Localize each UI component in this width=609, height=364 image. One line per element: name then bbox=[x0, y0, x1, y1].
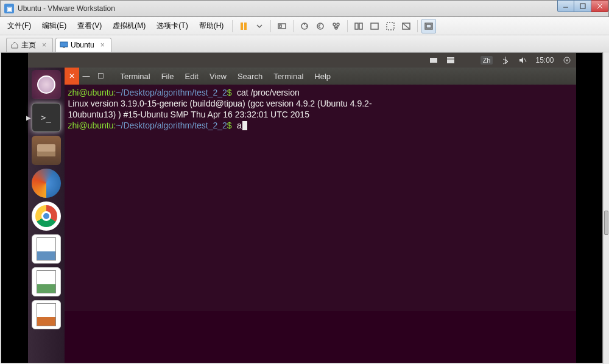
terminal-cursor bbox=[242, 121, 247, 130]
terminal-menu-terminal[interactable]: Terminal bbox=[269, 69, 308, 83]
running-arrow-icon: ▶ bbox=[26, 114, 31, 121]
firefox-launcher-icon[interactable] bbox=[32, 169, 61, 198]
svg-rect-14 bbox=[359, 23, 362, 29]
terminal-menu-edit[interactable]: Edit bbox=[180, 69, 203, 83]
svg-line-18 bbox=[403, 23, 410, 29]
separator bbox=[270, 20, 271, 32]
menu-edit[interactable]: 编辑(E) bbox=[37, 18, 71, 33]
svg-rect-1 bbox=[580, 4, 585, 9]
sound-indicator[interactable] bbox=[518, 56, 527, 65]
files-launcher-icon[interactable] bbox=[32, 136, 61, 165]
svg-rect-5 bbox=[244, 23, 247, 30]
terminal-window: ✕ — ☐ Terminal File Edit View Search Ter… bbox=[65, 68, 576, 311]
svg-rect-7 bbox=[280, 25, 281, 27]
vertical-scrollbar[interactable] bbox=[603, 52, 609, 364]
menu-help[interactable]: 帮助(H) bbox=[194, 18, 229, 33]
terminal-app-name: Terminal bbox=[116, 69, 155, 83]
svg-rect-23 bbox=[430, 58, 437, 63]
svg-rect-4 bbox=[241, 23, 243, 30]
svg-rect-21 bbox=[60, 42, 68, 47]
view-fullscreen-button[interactable] bbox=[383, 19, 398, 33]
vmware-app-icon: ▣ bbox=[4, 4, 14, 13]
separator bbox=[293, 20, 294, 32]
terminal-menu-help[interactable]: Help bbox=[309, 69, 336, 83]
monitor-icon bbox=[60, 41, 68, 49]
calendar-indicator[interactable] bbox=[446, 56, 455, 65]
terminal-menubar: Terminal File Edit View Search Terminal … bbox=[116, 69, 336, 83]
calc-launcher-icon[interactable] bbox=[32, 267, 61, 296]
svg-rect-20 bbox=[426, 24, 431, 28]
session-indicator[interactable] bbox=[563, 56, 571, 65]
view-unity-button[interactable] bbox=[367, 19, 382, 33]
svg-point-10 bbox=[333, 23, 336, 26]
terminal-minimize-button[interactable]: — bbox=[79, 68, 94, 85]
impress-launcher-icon[interactable] bbox=[32, 300, 61, 329]
manage-snapshot-button[interactable] bbox=[329, 19, 343, 33]
chromium-launcher-icon[interactable] bbox=[32, 201, 61, 231]
send-ctrl-alt-del-button[interactable] bbox=[275, 19, 289, 33]
bluetooth-indicator[interactable] bbox=[501, 56, 510, 65]
minimize-button[interactable] bbox=[557, 0, 574, 12]
svg-point-11 bbox=[337, 23, 339, 26]
svg-rect-24 bbox=[447, 57, 454, 63]
view-seamless-button[interactable] bbox=[399, 19, 414, 33]
svg-point-9 bbox=[317, 23, 323, 29]
tab-close-icon[interactable]: × bbox=[42, 41, 46, 49]
terminal-menu-search[interactable]: Search bbox=[233, 69, 267, 83]
writer-launcher-icon[interactable] bbox=[32, 234, 61, 264]
menu-view[interactable]: 查看(V) bbox=[72, 18, 107, 33]
svg-rect-13 bbox=[355, 23, 358, 29]
window-controls bbox=[557, 0, 608, 13]
separator bbox=[347, 20, 348, 32]
power-dropdown[interactable] bbox=[252, 19, 267, 33]
maximize-button[interactable] bbox=[574, 0, 591, 12]
clock[interactable]: 15:00 bbox=[535, 56, 554, 65]
terminal-menu-view[interactable]: View bbox=[205, 69, 231, 83]
snapshot-button[interactable] bbox=[297, 19, 312, 33]
menu-vm[interactable]: 虚拟机(M) bbox=[108, 18, 150, 33]
terminal-maximize-button[interactable]: ☐ bbox=[94, 68, 108, 85]
scrollbar-thumb[interactable] bbox=[604, 211, 608, 235]
svg-rect-15 bbox=[371, 23, 378, 29]
svg-rect-16 bbox=[387, 23, 394, 30]
ubuntu-launcher: ▶ bbox=[28, 68, 65, 363]
vmware-menubar: 文件(F) 编辑(E) 查看(V) 虚拟机(M) 选项卡(T) 帮助(H) bbox=[0, 17, 609, 35]
view-split-button[interactable] bbox=[351, 19, 366, 33]
tab-home-label: 主页 bbox=[21, 40, 36, 51]
vm-display-area[interactable]: Zh 15:00 ▶ ✕ — ☐ bbox=[1, 52, 603, 363]
svg-line-26 bbox=[524, 58, 526, 62]
revert-snapshot-button[interactable] bbox=[313, 19, 328, 33]
close-button[interactable] bbox=[591, 0, 608, 12]
windows-titlebar: ▣ Ubuntu - VMware Workstation bbox=[0, 0, 609, 17]
menu-file[interactable]: 文件(F) bbox=[2, 18, 36, 33]
ime-indicator[interactable]: Zh bbox=[481, 56, 493, 65]
separator bbox=[232, 20, 233, 32]
tab-ubuntu-label: Ubuntu bbox=[71, 41, 94, 49]
tab-close-icon[interactable]: × bbox=[100, 41, 105, 49]
tab-home[interactable]: 主页 × bbox=[6, 38, 53, 52]
keyboard-indicator[interactable] bbox=[429, 56, 438, 65]
terminal-body[interactable]: zhi@ubuntu:~/Desktop/algorithm/test_2_2$… bbox=[65, 85, 576, 133]
ubuntu-desktop: Zh 15:00 ▶ ✕ — ☐ bbox=[28, 53, 576, 363]
terminal-launcher-icon[interactable]: ▶ bbox=[32, 103, 61, 132]
view-console-button[interactable] bbox=[421, 19, 436, 33]
menu-tabs[interactable]: 选项卡(T) bbox=[152, 18, 192, 33]
svg-rect-22 bbox=[63, 47, 65, 48]
tab-ubuntu[interactable]: Ubuntu × bbox=[55, 38, 111, 52]
terminal-titlebar[interactable]: ✕ — ☐ Terminal File Edit View Search Ter… bbox=[65, 68, 576, 85]
vmware-tab-strip: 主页 × Ubuntu × bbox=[0, 35, 609, 52]
window-title: Ubuntu - VMware Workstation bbox=[18, 4, 557, 13]
separator bbox=[417, 20, 418, 32]
home-icon bbox=[10, 41, 19, 49]
network-indicator[interactable] bbox=[463, 56, 472, 65]
dash-icon[interactable] bbox=[32, 70, 61, 99]
ubuntu-top-panel: Zh 15:00 bbox=[28, 53, 576, 68]
terminal-menu-file[interactable]: File bbox=[157, 69, 179, 83]
terminal-close-button[interactable]: ✕ bbox=[65, 68, 79, 85]
pause-vm-button[interactable] bbox=[236, 19, 251, 33]
